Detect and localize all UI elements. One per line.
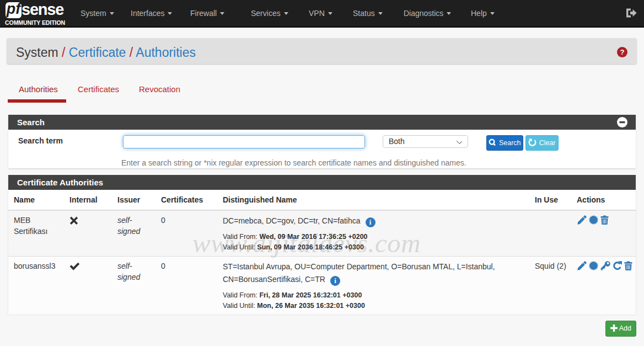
svg-text:?: ? bbox=[620, 48, 625, 56]
